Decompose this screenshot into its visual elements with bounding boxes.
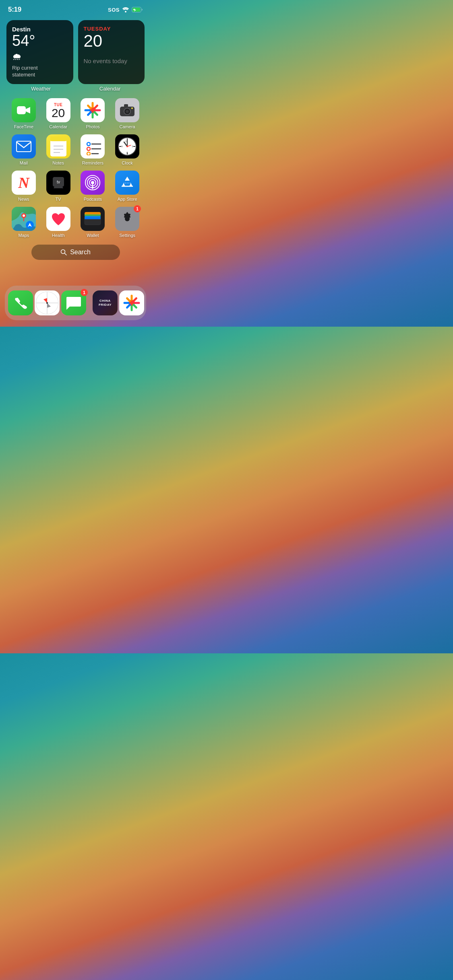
messages-badge: 1 [81,289,88,296]
podcasts-icon [81,171,105,195]
app-appstore[interactable]: App Store [110,171,145,202]
svg-point-37 [126,146,128,147]
svg-rect-14 [50,136,66,141]
settings-icon: 1 [115,207,139,231]
status-bar: 5:19 SOS [0,0,151,15]
camera-icon [115,98,139,122]
photos-label: Photos [86,124,99,130]
svg-point-10 [131,107,133,109]
podcasts-label: Podcasts [84,197,102,202]
messages-icon: 1 [61,290,86,315]
news-label: News [18,197,29,202]
safari-icon [35,290,60,315]
app-mail[interactable]: Mail [6,134,41,166]
widgets-labels: Weather Calendar [0,86,151,92]
app-notes[interactable]: Notes [41,134,76,166]
weather-condition: Rip currentstatement [12,65,68,78]
app-maps[interactable]: Maps [6,207,41,238]
settings-badge: 1 [134,205,141,212]
app-camera[interactable]: Camera [110,98,145,130]
search-bar[interactable]: Search [20,245,131,260]
notes-label: Notes [52,161,64,166]
weather-temp: 54° [12,33,68,49]
music-icon: CHINAFRIDAY [93,290,118,315]
app-grid: FaceTime TUE 20 Calendar Ph [0,95,151,242]
calendar-no-events: No events today [84,58,139,64]
wallet-label: Wallet [87,233,99,238]
search-icon [60,249,67,255]
svg-text:6: 6 [127,151,128,154]
svg-rect-13 [50,140,66,156]
calendar-widget[interactable]: TUESDAY 20 No events today [78,20,145,84]
svg-point-18 [87,142,90,146]
news-icon: N [12,171,36,195]
svg-rect-3 [17,106,26,114]
calendar-app-date: 20 [46,107,70,119]
svg-point-0 [125,11,126,12]
search-pill[interactable]: Search [31,245,120,260]
search-label: Search [70,249,91,256]
svg-point-20 [87,152,90,155]
clock-label: Clock [122,161,133,166]
maps-icon [12,207,36,231]
svg-text:tv: tv [57,180,60,184]
app-photos[interactable]: Photos [76,98,110,130]
svg-rect-12 [17,141,31,152]
app-news[interactable]: N News [6,171,41,202]
sos-indicator: SOS [108,7,120,13]
reminders-label: Reminders [82,161,103,166]
app-tv[interactable]: tv TV [41,171,76,202]
settings-label: Settings [119,233,135,238]
calendar-icon: TUE 20 [46,98,70,122]
facetime-label: FaceTime [14,124,34,130]
svg-text:3: 3 [132,145,133,148]
dock-messages[interactable]: 1 [61,290,86,315]
weather-cloud-icon: 🌧 [12,51,68,62]
svg-point-63 [46,302,48,304]
weather-city: Destin [12,26,68,33]
dock-safari[interactable] [35,290,60,315]
svg-point-8 [126,110,128,113]
widgets-row: Destin 54° 🌧 Rip currentstatement TUESDA… [0,15,151,86]
reminders-icon [81,134,105,159]
dock-photos-icon [119,290,144,315]
status-time: 5:19 [8,6,21,14]
dock: 1 CHINAFRIDAY [5,286,146,320]
photos-icon [81,98,105,122]
news-letter: N [18,175,29,190]
svg-point-49 [23,214,25,217]
app-settings[interactable]: 1 Settings [110,207,145,238]
dock-music[interactable]: CHINAFRIDAY [93,290,118,315]
app-health[interactable]: Health [41,207,76,238]
dock-phone[interactable] [8,290,33,315]
notes-icon [46,134,70,159]
appstore-icon [115,171,139,195]
clock-icon: 12 3 6 9 [115,134,139,159]
wallet-icon [81,207,105,231]
health-label: Health [52,233,65,238]
app-clock[interactable]: 12 3 6 9 Clock [110,134,145,166]
svg-text:9: 9 [122,145,123,148]
weather-widget[interactable]: Destin 54° 🌧 Rip currentstatement [6,20,73,84]
svg-point-19 [87,147,90,150]
app-facetime[interactable]: FaceTime [6,98,41,130]
app-podcasts[interactable]: Podcasts [76,171,110,202]
dock-photos[interactable] [119,290,144,315]
wifi-icon [122,7,129,12]
svg-point-42 [91,181,94,184]
svg-rect-11 [16,140,32,152]
calendar-label: Calendar [49,124,67,130]
calendar-widget-label: Calendar [76,86,145,92]
calendar-day-name: TUESDAY [84,26,139,32]
facetime-icon [12,98,36,122]
app-reminders[interactable]: Reminders [76,134,110,166]
app-calendar[interactable]: TUE 20 Calendar [41,98,76,130]
health-icon [46,207,70,231]
svg-rect-54 [85,216,101,219]
tv-label: TV [56,197,61,202]
tv-icon: tv [46,171,70,195]
svg-line-58 [65,253,67,255]
maps-label: Maps [18,233,29,238]
app-wallet[interactable]: Wallet [76,207,110,238]
weather-widget-label: Weather [6,86,76,92]
